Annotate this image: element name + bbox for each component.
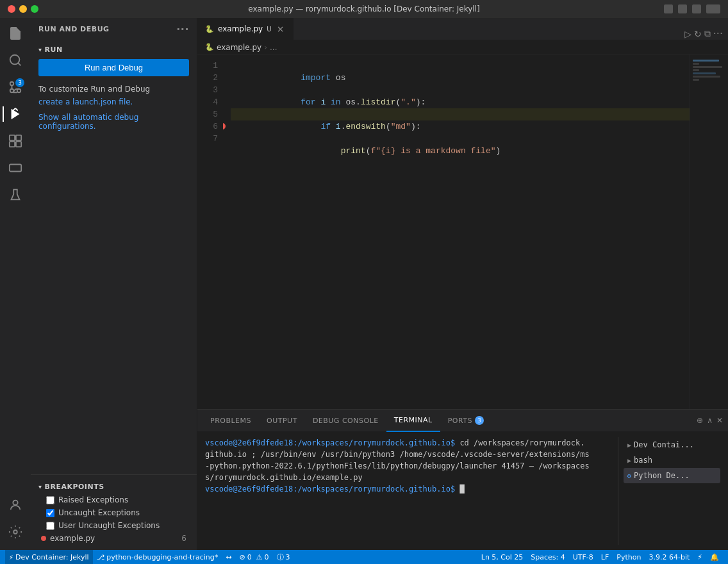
layout-icon-2[interactable] — [678, 4, 687, 13]
svg-rect-5 — [10, 135, 15, 140]
minimap — [690, 54, 728, 409]
language-text: Python — [616, 553, 641, 561]
layout-icon-1[interactable] — [664, 4, 673, 13]
tab-terminal[interactable]: TERMINAL — [386, 410, 440, 432]
beaker-icon — [8, 188, 22, 202]
code-content[interactable]: import os for i in os.listdir("."): — [223, 54, 690, 409]
branch-name: python-debugging-and-tracing* — [106, 553, 218, 561]
user-uncaught-label: User Uncaught Exceptions — [58, 521, 160, 530]
svg-point-10 — [13, 501, 17, 505]
remote-icon — [8, 161, 22, 175]
create-launch-json-link[interactable]: create a launch.json file. — [38, 97, 133, 106]
svg-rect-8 — [16, 142, 21, 147]
panel-close-icon[interactable]: ✕ — [716, 416, 723, 425]
activity-item-source-control[interactable]: 3 — [3, 74, 28, 100]
output-label: OUTPUT — [267, 417, 297, 425]
panel-chevron-icon[interactable]: ∧ — [707, 416, 713, 425]
status-position[interactable]: Ln 5, Col 25 — [477, 550, 527, 564]
sidebar: Run and Debug ··· ▾ RUN Run and Debug To… — [31, 18, 197, 550]
panel-tabs: PROBLEMS OUTPUT DEBUG CONSOLE TERMINAL P — [197, 410, 728, 432]
editor-area: 🐍 example.py U × ▷ ↻ ⧉ ··· 🐍 example.py … — [197, 18, 728, 550]
activity-item-explorer[interactable] — [3, 21, 28, 46]
svg-rect-7 — [10, 142, 15, 147]
status-sync[interactable]: ↔ — [222, 550, 235, 564]
problems-label: PROBLEMS — [210, 417, 251, 425]
search-icon — [8, 53, 22, 67]
uncaught-exceptions-checkbox[interactable] — [46, 509, 54, 517]
terminal-line-5: vscode@2e6f9dfede18:/workspaces/rorymurd… — [205, 483, 618, 495]
terminal-panel-dev-container[interactable]: ▶ Dev Contai... — [624, 437, 720, 452]
svg-point-2 — [10, 82, 14, 86]
raised-exceptions-checkbox[interactable] — [46, 496, 54, 504]
add-terminal-icon[interactable]: ⊕ — [697, 416, 703, 425]
activity-item-accounts[interactable] — [3, 492, 28, 518]
svg-marker-4 — [12, 109, 20, 120]
activity-item-settings[interactable] — [3, 519, 28, 545]
activity-item-testing[interactable] — [3, 182, 28, 208]
run-section: ▾ RUN Run and Debug To customize Run and… — [31, 40, 197, 136]
run-debug-button[interactable]: Run and Debug — [38, 59, 189, 76]
breakpoint-user-uncaught: User Uncaught Exceptions — [31, 519, 197, 532]
remote-icon: ⚡ — [9, 554, 13, 561]
terminal-panel-python[interactable]: ⚙ Python De... — [624, 468, 720, 483]
breadcrumb-item[interactable]: ... — [270, 43, 277, 52]
tab-close-button[interactable]: × — [276, 24, 286, 34]
files-icon — [8, 26, 23, 41]
status-container[interactable]: ⚡ Dev Container: Jekyll — [5, 550, 93, 564]
run-chevron-icon: ▾ — [38, 46, 42, 53]
ports-badge: 3 — [475, 416, 484, 425]
minimize-dot[interactable] — [19, 5, 27, 13]
status-bar: ⚡ Dev Container: Jekyll ⎇ python-debuggi… — [0, 550, 728, 564]
maximize-dot[interactable] — [31, 5, 38, 13]
status-encoding[interactable]: UTF-8 — [569, 550, 597, 564]
status-spaces[interactable]: Spaces: 4 — [527, 550, 568, 564]
show-auto-debug-link[interactable]: Show all automatic debugconfigurations. — [38, 113, 189, 131]
sidebar-more-button[interactable]: ··· — [176, 23, 189, 35]
breakpoint-raised-exceptions: Raised Exceptions — [31, 494, 197, 506]
titlebar: example.py — rorymurdock.github.io [Dev … — [0, 0, 728, 18]
activity-item-search[interactable] — [3, 47, 28, 73]
breadcrumb-file[interactable]: example.py — [217, 43, 261, 52]
status-language[interactable]: Python — [613, 550, 645, 564]
tab-example-py[interactable]: 🐍 example.py U × — [197, 18, 294, 40]
split-editor-icon[interactable]: ⧉ — [704, 28, 711, 39]
debug-action-icon[interactable]: ↻ — [694, 29, 702, 39]
customize-text: To customize Run and Debug — [38, 84, 189, 95]
tab-filename: example.py — [218, 24, 263, 33]
terminal-prompt-2: vscode@2e6f9dfede18:/workspaces/rorymurd… — [205, 485, 455, 494]
terminal-panel-bash[interactable]: ▶ bash — [624, 452, 720, 468]
breakpoints-header[interactable]: ▾ BREAKPOINTS — [31, 480, 197, 494]
tab-bar: 🐍 example.py U × ▷ ↻ ⧉ ··· — [197, 18, 728, 40]
info-icon: ⓘ — [277, 552, 284, 562]
run-icon[interactable]: ▷ — [684, 29, 691, 39]
activity-item-run-debug[interactable] — [3, 101, 28, 127]
status-info[interactable]: ⓘ 3 — [273, 550, 294, 564]
tab-ports[interactable]: PORTS 3 — [440, 410, 492, 432]
close-dot[interactable] — [8, 5, 15, 13]
term-panel-label-1: Dev Contai... — [634, 439, 694, 451]
code-editor[interactable]: 1 2 3 4 5 6 7 import os — [197, 54, 728, 409]
spaces-text: Spaces: 4 — [531, 553, 565, 561]
tab-debug-console[interactable]: DEBUG CONSOLE — [305, 410, 386, 432]
status-version[interactable]: 3.9.2 64-bit — [645, 550, 693, 564]
status-remote-icon[interactable]: ⚡ — [693, 550, 706, 564]
version-text: 3.9.2 64-bit — [649, 553, 690, 561]
breakpoints-section: ▾ BREAKPOINTS Raised Exceptions Uncaught… — [31, 474, 197, 550]
layout-icon-4[interactable] — [706, 4, 720, 13]
layout-icon-3[interactable] — [692, 4, 701, 13]
more-actions-icon[interactable]: ··· — [713, 28, 723, 40]
status-branch[interactable]: ⎇ python-debugging-and-tracing* — [93, 550, 222, 564]
tab-output[interactable]: OUTPUT — [259, 410, 305, 432]
run-label: RUN — [45, 46, 63, 54]
activity-item-extensions[interactable] — [3, 128, 28, 154]
sidebar-header: Run and Debug ··· — [31, 18, 197, 40]
activity-item-remote[interactable] — [3, 155, 28, 181]
terminal[interactable]: vscode@2e6f9dfede18:/workspaces/rorymurd… — [197, 432, 728, 550]
status-errors[interactable]: ⊘ 0 ⚠ 0 — [235, 550, 272, 564]
activity-bar: 3 — [0, 18, 31, 550]
uncaught-exceptions-label: Uncaught Exceptions — [58, 508, 140, 517]
tab-problems[interactable]: PROBLEMS — [203, 410, 259, 432]
status-notification-icon[interactable]: 🔔 — [706, 550, 723, 564]
status-line-ending[interactable]: LF — [597, 550, 613, 564]
user-uncaught-checkbox[interactable] — [46, 522, 54, 530]
